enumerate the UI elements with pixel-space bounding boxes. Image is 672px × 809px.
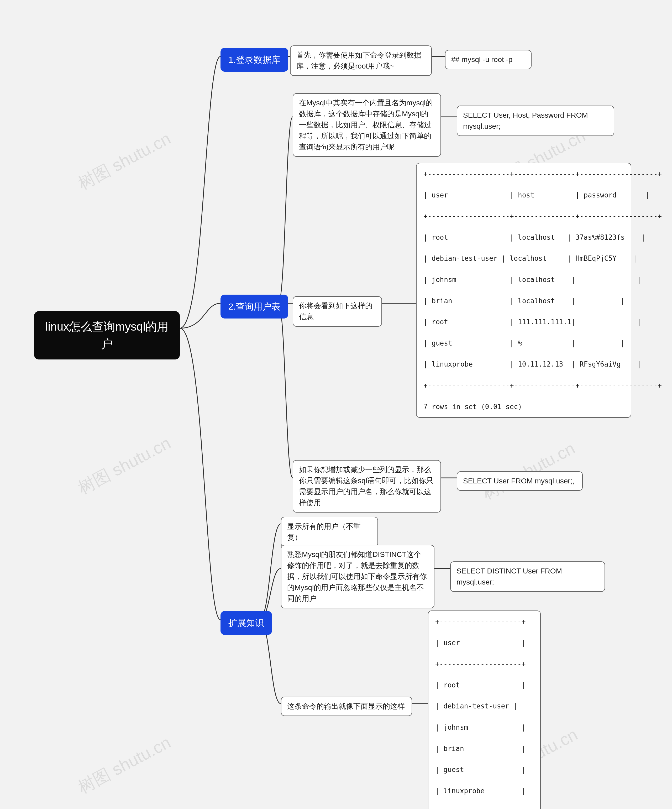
query-desc1: 在Mysql中其实有一个内置且名为mysql的数据库，这个数据库中存储的是Mys… <box>293 93 441 157</box>
query-cmd3: SELECT User FROM mysql.user;, <box>457 471 583 491</box>
login-cmd: ## mysql -u root -p <box>445 50 531 69</box>
watermark: 树图 shutu.cn <box>74 731 174 799</box>
watermark: 树图 shutu.cn <box>74 127 174 195</box>
login-desc: 首先，你需要使用如下命令登录到数据库，注意，必须是root用户哦~ <box>290 45 432 76</box>
watermark: 树图 shutu.cn <box>74 432 174 500</box>
ext-cmd2: SELECT DISTINCT User FROM mysql.user; <box>450 561 605 592</box>
root-node[interactable]: linux怎么查询mysql的用户 <box>34 311 180 359</box>
watermark: 树图 shutu.cn <box>478 437 579 505</box>
query-desc3: 如果你想增加或减少一些列的显示，那么你只需要编辑这条sql语句即可，比如你只需要… <box>293 460 441 512</box>
query-cmd1: SELECT User, Host, Password FROM mysql.u… <box>457 106 614 136</box>
ext-desc3: 这条命令的输出就像下面显示的这样 <box>281 697 412 716</box>
branch-login-db[interactable]: 1.登录数据库 <box>221 48 288 72</box>
ext-table2: +--------------------+ | user | +-------… <box>428 611 541 809</box>
branch-extended[interactable]: 扩展知识 <box>221 611 272 635</box>
ext-desc1: 显示所有的用户（不重复） <box>281 517 378 547</box>
branch-query-user-table[interactable]: 2.查询用户表 <box>221 295 288 319</box>
query-table1: +--------------------+---------------+--… <box>416 163 631 418</box>
query-desc2: 你将会看到如下这样的信息 <box>293 296 382 327</box>
ext-desc2: 熟悉Mysql的朋友们都知道DISTINCT这个修饰的作用吧，对了，就是去除重复… <box>281 545 434 608</box>
